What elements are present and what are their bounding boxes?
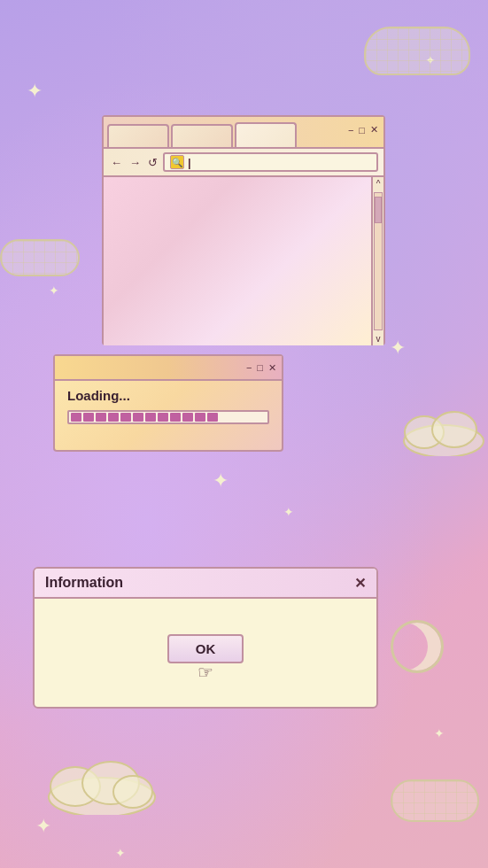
cloud-grid-top-right — [364, 27, 470, 75]
ok-button[interactable]: OK — [167, 634, 244, 663]
browser-tab-3[interactable] — [235, 122, 297, 147]
browser-window: − □ ✕ ← → ↺ 🔍 | ^ v — [102, 115, 385, 345]
svg-point-6 — [432, 412, 476, 447]
sparkle-icon: ✦ — [27, 80, 43, 103]
dialog-content: OK ☞ — [35, 599, 376, 681]
ok-button-wrapper: OK ☞ — [167, 616, 244, 663]
loading-minimize-button[interactable]: − — [246, 362, 252, 373]
progress-block — [207, 413, 218, 422]
cloud-right-middle — [399, 407, 488, 456]
progress-block — [96, 413, 106, 422]
browser-tab-1[interactable] — [107, 124, 169, 147]
search-cursor: | — [188, 156, 191, 169]
browser-tab-2[interactable] — [171, 124, 233, 147]
cloud-grid-bottom-right — [391, 779, 479, 822]
moon-icon — [391, 620, 444, 673]
close-button[interactable]: ✕ — [370, 124, 378, 136]
dialog-title: Information — [45, 575, 123, 591]
progress-block — [182, 413, 193, 422]
loading-window-controls: − □ ✕ — [246, 362, 276, 374]
loading-close-button[interactable]: ✕ — [268, 362, 276, 374]
progress-block — [145, 413, 156, 422]
progress-block — [158, 413, 168, 422]
refresh-button[interactable]: ↺ — [146, 154, 159, 171]
scrollbar[interactable]: ^ v — [371, 177, 383, 345]
browser-titlebar: − □ ✕ — [104, 117, 383, 149]
sparkle-icon: ✦ — [115, 846, 126, 860]
svg-point-3 — [113, 776, 152, 808]
sparkle-icon: ✦ — [434, 726, 445, 740]
loading-text: Loading... — [67, 388, 269, 403]
cloud-bottom-left — [44, 753, 159, 815]
browser-window-controls: − □ ✕ — [348, 124, 378, 136]
sparkle-icon: ✦ — [213, 469, 229, 492]
browser-toolbar: ← → ↺ 🔍 | — [104, 149, 383, 177]
browser-content: ^ v — [104, 177, 383, 345]
cloud-grid-left — [0, 239, 80, 276]
cursor-hand-icon: ☞ — [198, 662, 213, 683]
scroll-down-button[interactable]: v — [375, 332, 383, 345]
scrollbar-thumb[interactable] — [375, 197, 382, 223]
forward-button[interactable]: → — [128, 154, 143, 171]
scroll-up-button[interactable]: ^ — [375, 177, 383, 190]
progress-block — [108, 413, 119, 422]
progress-block — [133, 413, 143, 422]
sparkle-icon: ✦ — [49, 283, 59, 298]
progress-block — [71, 413, 81, 422]
progress-block — [120, 413, 131, 422]
back-button[interactable]: ← — [109, 154, 124, 171]
maximize-button[interactable]: □ — [359, 125, 365, 136]
scrollbar-track — [374, 192, 383, 330]
progress-block — [195, 413, 205, 422]
progress-bar-inner — [69, 412, 267, 422]
dialog-close-button[interactable]: ✕ — [354, 575, 366, 592]
sparkle-icon: ✦ — [35, 815, 51, 838]
information-dialog: Information ✕ OK ☞ — [33, 567, 378, 709]
progress-bar — [67, 410, 269, 424]
search-box[interactable]: 🔍 | — [163, 152, 378, 172]
loading-maximize-button[interactable]: □ — [257, 362, 263, 373]
search-icon: 🔍 — [170, 155, 184, 169]
progress-block — [170, 413, 181, 422]
info-titlebar: Information ✕ — [35, 569, 376, 599]
loading-content: Loading... — [55, 381, 282, 431]
sparkle-icon: ✦ — [283, 505, 294, 519]
loading-window: − □ ✕ Loading... — [53, 354, 283, 452]
progress-block — [83, 413, 94, 422]
loading-titlebar: − □ ✕ — [55, 356, 282, 381]
minimize-button[interactable]: − — [348, 125, 353, 136]
sparkle-icon: ✦ — [390, 337, 406, 360]
